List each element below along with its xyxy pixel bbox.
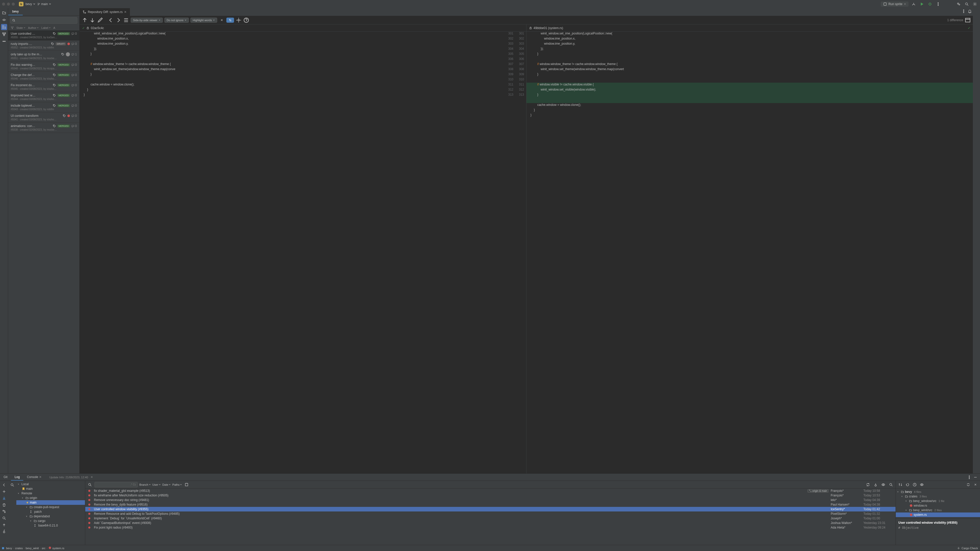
cherry-pick-icon[interactable] [1, 528, 7, 534]
tree-base64[interactable]: base64-0.21.0 [16, 523, 85, 528]
cargo-check[interactable]: Cargo Check [962, 547, 978, 550]
viewer-dropdown[interactable]: Side-by-side viewer [130, 17, 163, 23]
tree-origin[interactable]: ▾origin [16, 495, 85, 500]
collapse-left-icon[interactable] [1, 482, 7, 488]
log-row[interactable]: Remove the bevy_dylib feature (#9516)Pau… [85, 502, 896, 507]
diff-settings-icon[interactable] [235, 17, 242, 23]
pr-item[interactable]: Fix doc warning…MERGED0#9348 · created 0… [8, 62, 80, 72]
filter-author[interactable]: Author [28, 26, 39, 29]
breadcrumb-segment[interactable]: src [42, 547, 46, 550]
minimize-icon[interactable] [972, 474, 978, 480]
tree-row[interactable]: ▾bevy_window/src1 file [896, 499, 980, 503]
tree-dependabot[interactable]: ▾dependabot [16, 514, 85, 519]
panel-options-icon[interactable] [966, 474, 972, 480]
compare-icon[interactable] [1, 508, 7, 514]
more-tools-icon[interactable] [1, 38, 7, 44]
build-icon[interactable] [911, 1, 917, 7]
pr-item[interactable]: Fix incorrent do…MERGED0#9345 · created … [8, 82, 80, 92]
expand-icon[interactable] [965, 482, 971, 488]
filter-branch[interactable]: Branch [139, 483, 151, 486]
tree-local[interactable]: ▾Local [16, 482, 85, 486]
forward-icon[interactable] [115, 17, 121, 23]
breadcrumb[interactable]: bevy›crates›bevy_winit›src›system.rs [2, 546, 64, 550]
close-icon[interactable]: ✕ [91, 475, 93, 479]
revert-icon[interactable] [904, 482, 911, 488]
breadcrumb-segment[interactable]: system.rs [52, 547, 64, 550]
breadcrumb-segment[interactable]: bevy [6, 547, 12, 550]
history-icon[interactable] [912, 482, 918, 488]
commit-tool-icon[interactable] [1, 17, 7, 23]
pr-item[interactable]: Change the def…MERGED0#9346 · created 03… [8, 72, 80, 82]
tab-more-icon[interactable] [961, 8, 967, 14]
edit-icon[interactable] [97, 17, 103, 23]
go-to-icon[interactable] [183, 482, 189, 488]
log-row[interactable]: fix wireframe after MeshUniform size red… [85, 493, 896, 498]
pr-item[interactable]: include toplevel…MERGED0#9343 · created … [8, 102, 80, 113]
filter-paths[interactable]: Paths [172, 483, 182, 486]
breadcrumb-segment[interactable]: bevy_winit [26, 547, 39, 550]
ignore-dropdown[interactable]: Do not ignore [164, 17, 189, 23]
tab-log[interactable]: Log [11, 474, 23, 481]
eye-icon[interactable] [880, 482, 886, 488]
sidebar-tab[interactable]: bevy [8, 8, 23, 15]
search-icon[interactable] [87, 482, 93, 488]
list-icon[interactable] [123, 17, 129, 23]
tree-row[interactable]: ▾bevy_winit/src2 files [896, 508, 980, 513]
show-diff-icon[interactable] [897, 482, 904, 488]
diff-body[interactable]: winit_window.set_ime_position(LogicalPos… [80, 32, 973, 473]
close-icon[interactable]: ✕ [124, 10, 127, 14]
tree-cpr[interactable]: ▾create-pull-request [16, 505, 85, 510]
tree-cargo[interactable]: ▾cargo [16, 519, 85, 523]
filter-state[interactable]: State [16, 26, 25, 29]
gear-icon[interactable] [957, 547, 960, 550]
pr-search-input[interactable] [10, 17, 77, 24]
prev-change-icon[interactable] [82, 17, 88, 23]
tab-git[interactable]: Git [0, 474, 11, 481]
filter-assignee[interactable]: A [53, 26, 55, 29]
next-change-icon[interactable] [89, 17, 95, 23]
delete-icon[interactable] [1, 502, 7, 508]
project-tool-icon[interactable] [1, 10, 7, 16]
refresh-icon[interactable] [865, 482, 871, 488]
run-config-dropdown[interactable]: Run sprite [881, 2, 908, 6]
pr-item[interactable]: User controlled …MERGED0#9355 · created … [8, 30, 80, 41]
settings-icon[interactable] [972, 1, 978, 7]
layout-icon[interactable] [965, 17, 971, 23]
pr-item[interactable]: animations: con…MERGED0#9338 · created 0… [8, 123, 80, 133]
help-icon[interactable] [243, 17, 249, 23]
log-row[interactable]: fix shader_material_glsl example (#9513)… [85, 489, 896, 493]
tree-remote[interactable]: ▾Remote [16, 491, 85, 495]
more-icon[interactable] [935, 1, 941, 7]
run-icon[interactable] [919, 1, 925, 7]
find-icon[interactable] [1, 515, 7, 521]
tree-row[interactable]: ▾crates3 files [896, 494, 980, 499]
log-search-input[interactable]: .* Cc [94, 482, 138, 487]
pull-requests-tool-icon[interactable] [1, 24, 7, 30]
tree-local-main[interactable]: main [16, 486, 85, 491]
project-dropdown[interactable]: bevy [25, 2, 35, 6]
tab-console[interactable]: Console✕ [23, 474, 45, 481]
log-row[interactable]: Remove Resource and add Debug to TaskPoo… [85, 511, 896, 516]
cherry-pick-icon[interactable] [873, 482, 879, 488]
log-row[interactable]: Add `GamepadButtonInput` event (#9008)Jo… [85, 521, 896, 525]
log-row[interactable]: User controlled window visibility (#9355… [85, 507, 896, 511]
window-controls[interactable] [2, 3, 15, 6]
back-icon[interactable] [108, 17, 114, 23]
filter-icon[interactable] [11, 26, 14, 29]
editor-tab[interactable]: Repository Diff: system.rs ✕ [80, 8, 130, 16]
fetch-down-icon[interactable] [1, 495, 7, 501]
search-icon[interactable] [888, 482, 894, 488]
tree-origin-main[interactable]: ★main [16, 500, 85, 505]
log-row[interactable]: Fix point light radius (#9493)Ada Hieta*… [85, 525, 896, 530]
filter-date[interactable]: Date [162, 483, 171, 486]
breadcrumb-segment[interactable]: crates [15, 547, 23, 550]
eye-icon[interactable] [919, 482, 925, 488]
log-row[interactable]: Remove unnecessary doc string (#9481)lel… [85, 498, 896, 502]
add-icon[interactable] [1, 489, 7, 495]
pr-item[interactable]: rusty imports …DRAFT0#9352 · created 04/… [8, 41, 80, 51]
branch-dropdown[interactable]: main [38, 2, 51, 6]
search-icon[interactable] [9, 482, 15, 488]
sync-scroll-icon[interactable] [226, 17, 234, 23]
branch-up-icon[interactable] [1, 522, 7, 528]
notifications-icon[interactable] [967, 8, 973, 14]
